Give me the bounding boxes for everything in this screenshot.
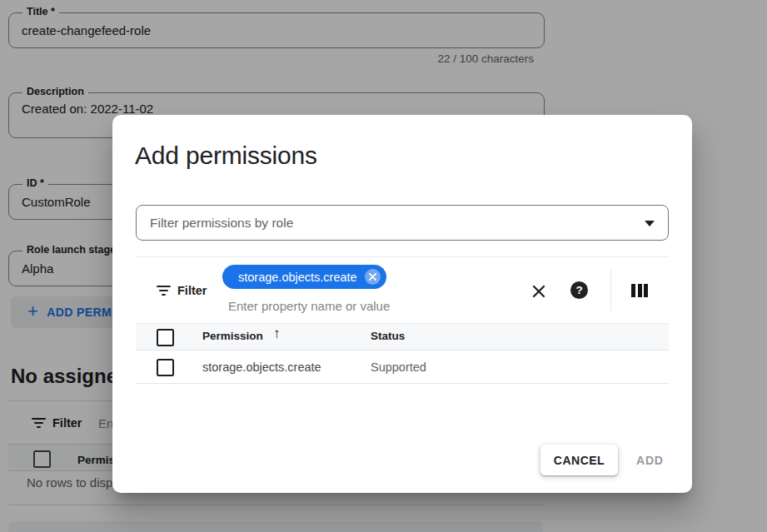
x-icon[interactable]: [530, 282, 548, 301]
permission-column-header[interactable]: Permission: [202, 330, 263, 342]
role-dropdown-value: Filter permissions by role: [150, 216, 293, 231]
columns-icon[interactable]: [631, 284, 648, 297]
dialog-title: Add permissions: [135, 142, 317, 170]
divider: [610, 270, 611, 311]
page: Title * create-changefeed-role 22 / 100 …: [0, 0, 767, 532]
circle-x-icon[interactable]: [365, 269, 381, 285]
divider: [136, 383, 669, 384]
arrow-up-icon[interactable]: ↑: [273, 326, 281, 342]
modal-filter-label: Filter: [177, 284, 207, 297]
select-all-checkbox[interactable]: [157, 329, 174, 346]
modal-filter-input[interactable]: Enter property name or value: [228, 299, 390, 313]
filter-permissions-by-role-dropdown[interactable]: Filter permissions by role: [136, 205, 669, 241]
add-button[interactable]: ADD: [636, 445, 664, 475]
add-permissions-dialog: Add permissions Filter permissions by ro…: [112, 115, 692, 493]
filter-chip[interactable]: storage.objects.create: [222, 265, 386, 289]
cancel-button[interactable]: CANCEL: [540, 445, 618, 475]
filter-chip-label: storage.objects.create: [238, 271, 357, 284]
filter-icon: [157, 286, 171, 298]
dropdown-arrow-icon: [645, 221, 655, 226]
status-column-header[interactable]: Status: [371, 330, 405, 342]
help-icon[interactable]: ?: [570, 281, 588, 299]
divider: [136, 256, 669, 257]
table-row-status: Supported: [371, 360, 426, 374]
table-row-permission: storage.objects.create: [202, 360, 321, 374]
row-checkbox[interactable]: [157, 359, 174, 376]
